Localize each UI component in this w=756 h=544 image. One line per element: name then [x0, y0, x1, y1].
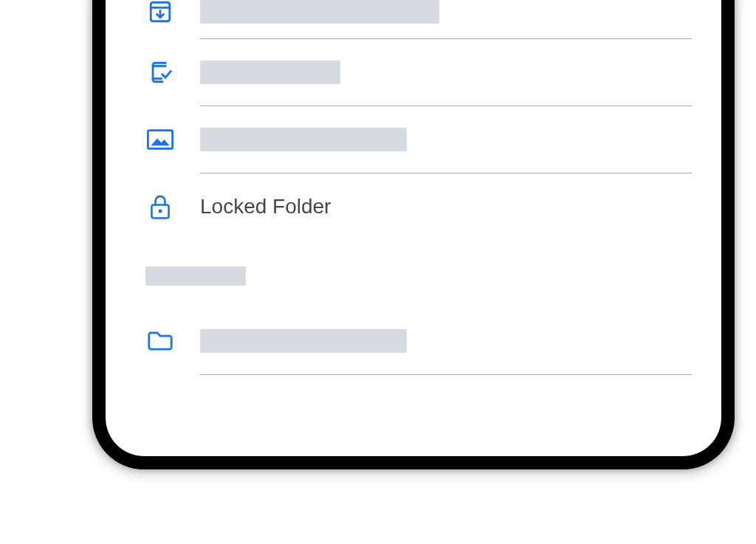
section-header: [106, 240, 721, 308]
placeholder-text: [200, 128, 407, 151]
phone-frame: Locked Folder: [92, 0, 735, 469]
image-icon: [145, 125, 175, 154]
utilities-list: Locked Folder: [106, 0, 721, 375]
svg-rect-5: [148, 131, 172, 149]
svg-rect-7: [159, 210, 162, 213]
locked-folder-label: Locked Folder: [200, 195, 331, 218]
list-item-label: Locked Folder: [200, 195, 692, 218]
device-check-icon: [145, 58, 175, 87]
placeholder-text: [145, 266, 246, 286]
list-item-label: [200, 61, 692, 84]
folder-icon: [145, 326, 175, 356]
list-item-label: [200, 128, 692, 151]
screen: Locked Folder: [106, 0, 721, 456]
archive-download-icon: [145, 0, 175, 27]
list-item-label: [200, 0, 692, 24]
placeholder-text: [200, 329, 407, 353]
list-item[interactable]: [106, 0, 721, 38]
list-item-label: [200, 329, 692, 353]
lock-icon: [145, 192, 175, 221]
placeholder-text: [200, 61, 340, 84]
list-item[interactable]: [106, 39, 721, 106]
list-item[interactable]: [106, 308, 721, 374]
list-item[interactable]: [106, 106, 721, 173]
placeholder-text: [200, 0, 439, 24]
list-item-locked-folder[interactable]: Locked Folder: [106, 173, 721, 240]
divider: [200, 374, 692, 375]
